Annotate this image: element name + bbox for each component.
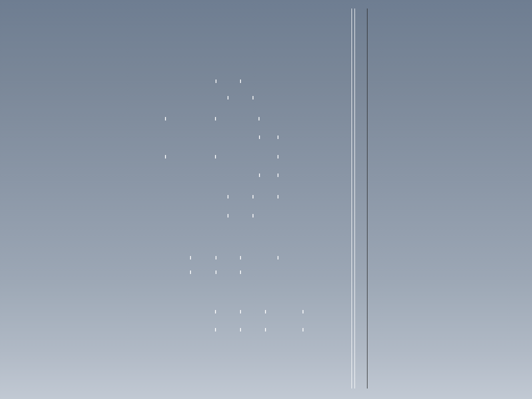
tick-mark <box>228 214 228 218</box>
tick-mark <box>302 328 304 332</box>
tick-mark <box>252 214 254 218</box>
tick-mark <box>165 117 166 120</box>
tick-mark <box>240 270 241 274</box>
vertical-line-1 <box>352 8 352 388</box>
tick-mark <box>216 270 216 274</box>
tick-mark <box>278 256 278 260</box>
tick-mark <box>215 155 216 158</box>
tick-mark <box>215 117 216 120</box>
tick-mark <box>278 174 278 177</box>
tick-mark <box>278 155 278 158</box>
tick-mark <box>190 270 191 274</box>
tick-mark <box>259 136 260 139</box>
tick-mark <box>215 310 216 314</box>
tick-mark <box>240 256 241 260</box>
tick-mark <box>228 96 228 100</box>
tick-mark <box>265 310 266 314</box>
tick-mark <box>252 195 254 198</box>
tick-mark <box>278 136 278 139</box>
vertical-line-3 <box>367 8 368 388</box>
tick-mark <box>265 328 266 332</box>
vertical-line-2 <box>354 8 355 388</box>
tick-mark <box>216 256 216 260</box>
tick-mark <box>278 195 278 198</box>
tick-mark <box>259 174 260 177</box>
tick-mark <box>215 328 216 332</box>
tick-mark <box>240 80 241 83</box>
tick-mark <box>258 117 260 120</box>
tick-mark <box>190 256 191 260</box>
tick-mark <box>302 310 304 314</box>
tick-mark <box>216 80 216 83</box>
tick-mark <box>240 310 241 314</box>
tick-mark <box>240 328 241 332</box>
tick-mark <box>165 155 166 158</box>
tick-mark <box>252 96 254 100</box>
tick-mark <box>228 195 228 198</box>
